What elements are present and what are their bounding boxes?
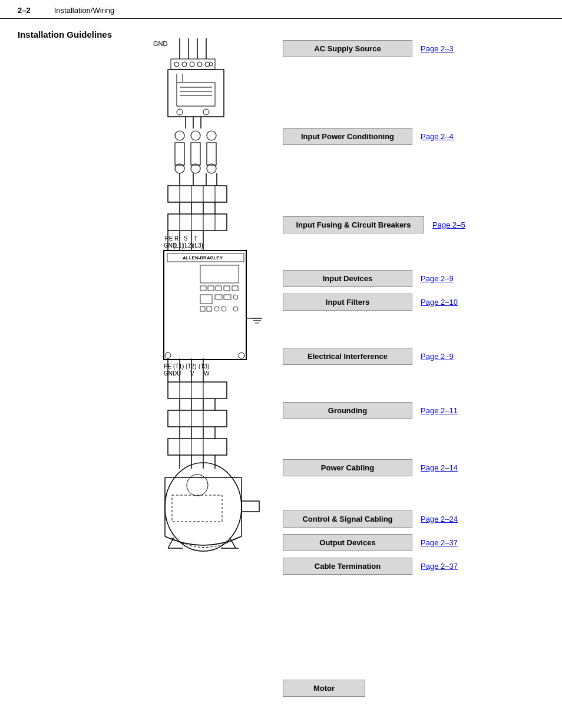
motor-row: Motor bbox=[283, 678, 544, 697]
svg-point-8 bbox=[190, 62, 194, 67]
svg-point-80 bbox=[233, 307, 238, 311]
svg-point-75 bbox=[233, 295, 238, 299]
motor-label: Motor bbox=[283, 680, 365, 697]
svg-rect-127 bbox=[242, 501, 259, 512]
output-devices-label: Output Devices bbox=[283, 534, 412, 551]
svg-rect-73 bbox=[215, 295, 222, 299]
output-devices-page[interactable]: Page 2–37 bbox=[421, 538, 458, 547]
elec-interference-row: Electrical Interference Page 2–9 bbox=[283, 347, 544, 365]
cable-term-page[interactable]: Page 2–37 bbox=[421, 562, 458, 571]
input-devices-row: Input Devices Page 2–9 bbox=[283, 269, 544, 288]
svg-text:ALLEN-BRADLEY: ALLEN-BRADLEY bbox=[183, 255, 223, 261]
svg-point-30 bbox=[207, 131, 216, 140]
ac-supply-label: AC Supply Source bbox=[283, 40, 412, 57]
power-cabling-row: Power Cabling Page 2–14 bbox=[283, 458, 544, 477]
svg-rect-77 bbox=[207, 307, 211, 311]
ac-supply-row: AC Supply Source Page 2–3 bbox=[283, 34, 544, 62]
input-devices-label: Input Devices bbox=[283, 270, 412, 287]
output-devices-row: Output Devices Page 2–37 bbox=[283, 533, 544, 552]
svg-rect-99 bbox=[168, 382, 227, 398]
svg-point-9 bbox=[197, 62, 202, 67]
svg-rect-5 bbox=[171, 59, 215, 70]
svg-point-7 bbox=[182, 62, 187, 67]
svg-rect-107 bbox=[168, 410, 227, 427]
svg-point-24 bbox=[175, 131, 184, 140]
svg-text:U: U bbox=[177, 370, 181, 377]
svg-point-19 bbox=[177, 109, 183, 115]
svg-text:(T1): (T1) bbox=[173, 363, 184, 370]
cable-term-row: Cable Termination Page 2–37 bbox=[283, 556, 544, 575]
svg-text:R: R bbox=[174, 235, 178, 242]
svg-rect-37 bbox=[168, 186, 227, 202]
svg-text:(T2): (T2) bbox=[186, 363, 196, 370]
svg-rect-71 bbox=[232, 286, 238, 291]
svg-rect-74 bbox=[224, 295, 231, 299]
input-power-row: Input Power Conditioning Page 2–4 bbox=[283, 124, 544, 148]
cable-term-label: Cable Termination bbox=[283, 558, 412, 575]
svg-rect-15 bbox=[177, 83, 215, 106]
svg-text:V: V bbox=[190, 370, 194, 377]
elec-interference-page[interactable]: Page 2–9 bbox=[421, 352, 454, 361]
grounding-row: Grounding Page 2–11 bbox=[283, 401, 544, 420]
svg-rect-129 bbox=[172, 495, 222, 522]
input-power-page[interactable]: Page 2–4 bbox=[421, 132, 454, 141]
svg-rect-66 bbox=[200, 265, 239, 283]
svg-rect-67 bbox=[200, 286, 206, 291]
svg-text:GND: GND bbox=[153, 40, 168, 47]
section-title: Installation/Wiring bbox=[54, 6, 115, 15]
svg-point-78 bbox=[214, 307, 219, 311]
svg-rect-28 bbox=[191, 143, 200, 165]
page-header: 2–2 Installation/Wiring bbox=[0, 0, 562, 19]
input-devices-page[interactable]: Page 2–9 bbox=[421, 274, 454, 283]
svg-text:(L3): (L3) bbox=[193, 242, 203, 249]
power-cabling-label: Power Cabling bbox=[283, 459, 412, 476]
svg-rect-69 bbox=[216, 286, 222, 291]
control-signal-label: Control & Signal Cabling bbox=[283, 510, 412, 528]
svg-rect-68 bbox=[208, 286, 214, 291]
svg-rect-70 bbox=[224, 286, 230, 291]
input-fusing-row: Input Fusing & Circuit Breakers Page 2–5 bbox=[283, 213, 544, 236]
input-filters-label: Input Filters bbox=[283, 294, 412, 311]
svg-text:(T3): (T3) bbox=[199, 363, 209, 370]
grounding-label: Grounding bbox=[283, 402, 412, 419]
grounding-page[interactable]: Page 2–11 bbox=[421, 406, 458, 415]
svg-text:PE: PE bbox=[165, 235, 173, 242]
input-fusing-page[interactable]: Page 2–5 bbox=[432, 220, 465, 229]
svg-rect-12 bbox=[168, 70, 224, 117]
svg-text:S: S bbox=[184, 235, 188, 242]
svg-rect-63 bbox=[164, 251, 246, 360]
svg-rect-31 bbox=[207, 143, 216, 165]
svg-point-20 bbox=[203, 109, 209, 115]
svg-rect-115 bbox=[168, 439, 227, 455]
input-power-label: Input Power Conditioning bbox=[283, 128, 412, 145]
section-heading: Installation Guidelines bbox=[18, 29, 147, 39]
input-filters-row: Input Filters Page 2–10 bbox=[283, 292, 544, 311]
svg-rect-76 bbox=[200, 307, 205, 311]
svg-point-86 bbox=[239, 353, 244, 358]
svg-rect-72 bbox=[200, 295, 212, 304]
svg-text:GND: GND bbox=[164, 370, 177, 377]
control-signal-row: Control & Signal Cabling Page 2–24 bbox=[283, 509, 544, 528]
svg-point-27 bbox=[191, 131, 200, 140]
svg-point-6 bbox=[174, 62, 179, 67]
elec-interference-label: Electrical Interference bbox=[283, 348, 412, 365]
svg-text:W: W bbox=[204, 370, 210, 377]
power-cabling-page[interactable]: Page 2–14 bbox=[421, 463, 458, 472]
svg-rect-25 bbox=[175, 143, 184, 165]
input-fusing-label: Input Fusing & Circuit Breakers bbox=[283, 216, 424, 233]
svg-point-85 bbox=[165, 353, 171, 358]
control-signal-page[interactable]: Page 2–24 bbox=[421, 515, 458, 523]
ac-supply-page[interactable]: Page 2–3 bbox=[421, 44, 454, 53]
input-filters-page[interactable]: Page 2–10 bbox=[421, 298, 458, 307]
svg-rect-46 bbox=[168, 214, 227, 230]
svg-point-79 bbox=[222, 307, 226, 311]
labels-column: AC Supply Source Page 2–3 Input Power Co… bbox=[271, 29, 544, 697]
page-number: 2–2 bbox=[18, 6, 31, 15]
svg-text:T: T bbox=[194, 235, 197, 242]
wiring-diagram: GND bbox=[147, 29, 271, 697]
